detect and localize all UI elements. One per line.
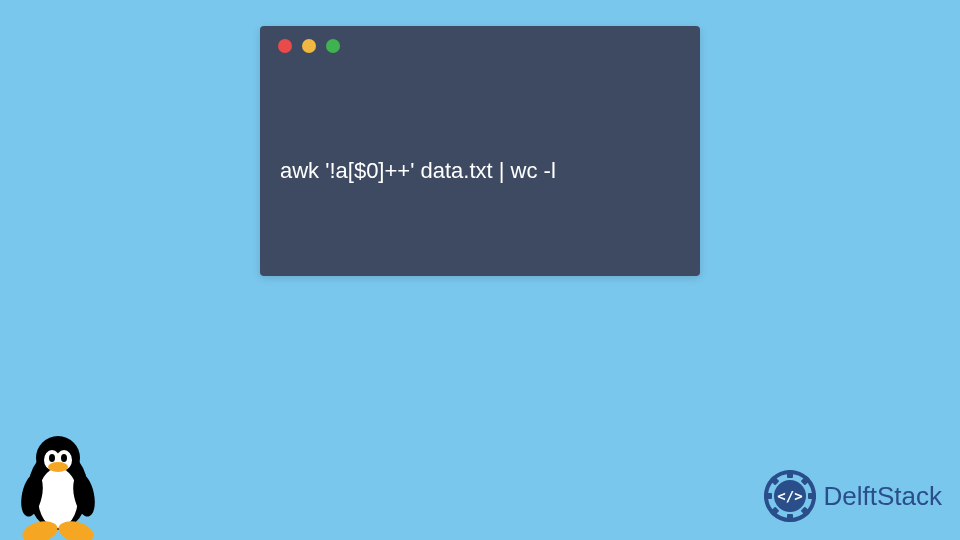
brand-name: DelftStack (824, 481, 943, 512)
terminal-command: awk '!a[$0]++' data.txt | wc -l (280, 158, 556, 184)
minimize-icon[interactable] (302, 39, 316, 53)
svg-text:</>: </> (777, 488, 802, 504)
brand: </> DelftStack (764, 470, 943, 522)
linux-tux-icon (10, 430, 105, 540)
terminal-titlebar (260, 26, 700, 66)
maximize-icon[interactable] (326, 39, 340, 53)
close-icon[interactable] (278, 39, 292, 53)
svg-point-6 (61, 454, 67, 462)
svg-point-7 (48, 462, 68, 472)
svg-rect-15 (808, 493, 816, 499)
svg-rect-13 (787, 470, 793, 478)
svg-rect-17 (787, 514, 793, 522)
svg-point-2 (38, 468, 78, 528)
terminal-body: awk '!a[$0]++' data.txt | wc -l (260, 66, 700, 276)
svg-point-5 (49, 454, 55, 462)
delftstack-logo-icon: </> (764, 470, 816, 522)
svg-rect-19 (764, 493, 772, 499)
terminal-window: awk '!a[$0]++' data.txt | wc -l (260, 26, 700, 276)
